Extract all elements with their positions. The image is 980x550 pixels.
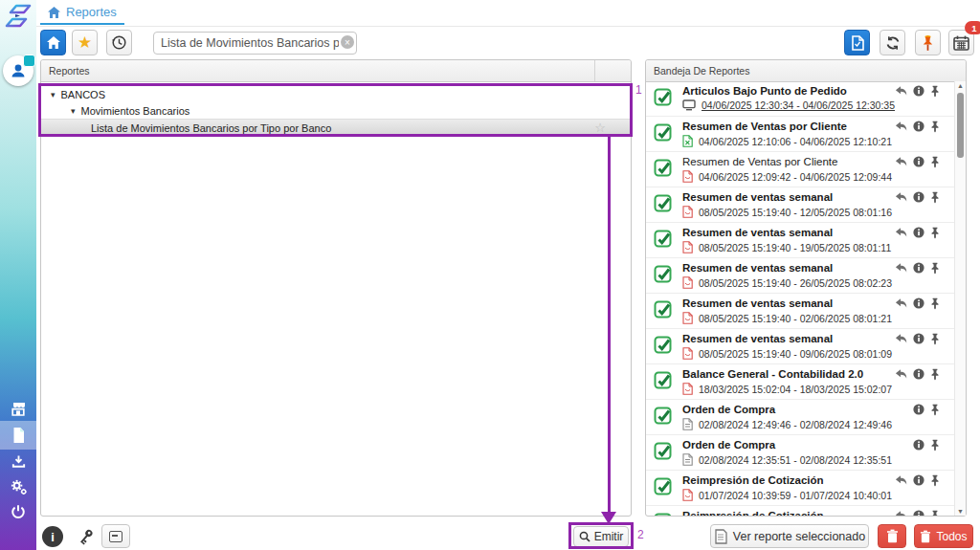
report-checkbox[interactable] (654, 477, 673, 500)
report-checkbox[interactable] (654, 442, 673, 465)
pin-icon[interactable] (930, 191, 940, 204)
tree-node[interactable]: ▾BANCOS (41, 86, 631, 102)
reply-icon[interactable] (895, 121, 907, 132)
info-icon[interactable] (913, 156, 924, 167)
report-item[interactable]: Reimpresión de Cotización01/07/2024 10:3… (646, 471, 955, 506)
pin-icon[interactable] (930, 333, 940, 345)
sidebar-item-power[interactable] (0, 499, 36, 524)
report-checkbox[interactable] (654, 159, 673, 182)
report-checkbox[interactable] (654, 407, 673, 429)
report-checkbox[interactable] (654, 300, 673, 323)
info-icon[interactable] (913, 333, 924, 344)
permissions-key-button[interactable] (73, 524, 98, 549)
pin-icon[interactable] (930, 121, 940, 133)
report-checkbox[interactable] (654, 336, 673, 359)
tree-node[interactable]: Lista de Movimientos Bancarios por Tipo … (41, 119, 631, 137)
home-button[interactable] (40, 30, 66, 55)
delete-report-button[interactable] (878, 524, 906, 548)
info-icon[interactable] (913, 262, 924, 274)
report-checkbox[interactable] (654, 265, 673, 288)
report-checkbox[interactable] (654, 230, 673, 253)
reply-icon[interactable] (895, 262, 907, 274)
report-item[interactable]: Resumen de ventas semanal08/05/2025 15:1… (646, 258, 955, 294)
report-item[interactable]: Resumen de ventas semanal08/05/2025 15:1… (646, 223, 955, 258)
report-item[interactable]: Resumen de Ventas por Cliente04/06/2025 … (646, 152, 955, 187)
monitor-icon (682, 99, 696, 111)
report-item[interactable]: Balance General - Contabilidad 2.018/03/… (646, 364, 955, 400)
view-selected-report-button[interactable]: Ver reporte seleccionado (710, 524, 869, 548)
history-button[interactable] (106, 30, 132, 55)
caret-down-icon[interactable]: ▾ (51, 90, 56, 99)
report-checkbox[interactable] (654, 123, 673, 146)
info-icon[interactable] (913, 510, 924, 516)
sidebar-item-download[interactable] (0, 450, 36, 474)
reply-icon[interactable] (895, 368, 907, 380)
pin-icon[interactable] (930, 439, 940, 451)
report-item[interactable]: Resumen de ventas semanal08/05/2025 15:1… (646, 329, 955, 364)
user-avatar[interactable] (3, 55, 33, 86)
report-item[interactable]: Orden de Compra02/08/2024 12:49:46 - 02/… (646, 400, 955, 435)
emit-button[interactable]: Emitir (573, 526, 629, 547)
info-icon[interactable] (913, 121, 924, 132)
report-item[interactable]: Resumen de ventas semanal08/05/2025 15:1… (646, 294, 955, 329)
reply-icon[interactable] (895, 333, 907, 344)
reply-icon[interactable] (895, 474, 907, 486)
pin-icon[interactable] (930, 227, 940, 239)
caret-down-icon[interactable]: ▾ (71, 106, 76, 116)
report-checkbox[interactable] (654, 371, 673, 394)
reply-icon[interactable] (895, 510, 907, 516)
tree-node[interactable]: ▾Movimientos Bancarios (41, 102, 631, 119)
reply-icon[interactable] (895, 156, 907, 167)
sidebar-item-gears[interactable] (0, 474, 36, 499)
refresh-button[interactable] (880, 30, 905, 55)
info-button[interactable]: i (42, 526, 63, 547)
pin-icon[interactable] (930, 474, 940, 487)
report-item[interactable]: Resumen de Ventas por Cliente04/06/2025 … (646, 117, 955, 152)
scrollbar-thumb[interactable] (957, 93, 964, 158)
pin-button[interactable] (915, 30, 941, 55)
report-item[interactable]: Resumen de ventas semanal08/05/2025 15:1… (646, 187, 955, 223)
pin-icon[interactable] (930, 368, 940, 381)
collapse-tree-button[interactable] (101, 524, 130, 548)
pin-icon[interactable] (930, 262, 940, 275)
sidebar-item-document[interactable] (0, 421, 36, 450)
report-checkbox[interactable] (654, 513, 673, 516)
favorites-button[interactable]: ★ (72, 30, 98, 55)
report-checkbox[interactable] (654, 194, 673, 217)
calendar-icon (953, 35, 969, 51)
info-icon[interactable] (913, 297, 924, 309)
report-item[interactable]: Articulos Bajo Punto de Pedido04/06/2025… (646, 81, 955, 117)
pdf-icon (682, 312, 693, 324)
info-icon[interactable] (913, 404, 924, 415)
reply-icon[interactable] (895, 191, 907, 203)
report-checkbox[interactable] (654, 88, 673, 111)
report-actions (895, 262, 940, 275)
info-icon[interactable] (913, 227, 924, 238)
reply-icon[interactable] (895, 85, 907, 97)
info-icon[interactable] (913, 368, 924, 380)
search-input[interactable] (153, 32, 357, 55)
reply-icon[interactable] (895, 227, 907, 238)
pdf-icon (682, 489, 693, 501)
tray-scrollbar[interactable]: ▲ ▼ (954, 81, 966, 516)
scroll-up-icon[interactable]: ▲ (955, 82, 966, 89)
sidebar-item-store[interactable] (0, 396, 36, 421)
info-icon[interactable] (913, 191, 924, 203)
tab-reportes[interactable]: Reportes (40, 3, 124, 25)
info-icon[interactable] (913, 85, 924, 97)
info-icon[interactable] (913, 439, 924, 451)
pin-icon[interactable] (930, 510, 940, 516)
info-icon[interactable] (913, 474, 924, 486)
pin-icon[interactable] (930, 404, 940, 416)
clear-search-icon[interactable]: × (341, 35, 354, 49)
pin-icon[interactable] (930, 156, 940, 168)
favorite-star-icon[interactable]: ☆ (594, 121, 606, 135)
delete-all-button[interactable]: Todos (914, 524, 973, 548)
pin-icon[interactable] (930, 85, 940, 98)
report-item[interactable]: Orden de Compra02/08/2024 12:35:51 - 02/… (646, 435, 955, 471)
scroll-down-icon[interactable]: ▼ (955, 508, 966, 515)
report-item[interactable]: Reimpresión de Cotización (646, 506, 955, 516)
report-document-button[interactable] (844, 30, 870, 55)
pin-icon[interactable] (930, 297, 940, 310)
reply-icon[interactable] (895, 297, 907, 309)
